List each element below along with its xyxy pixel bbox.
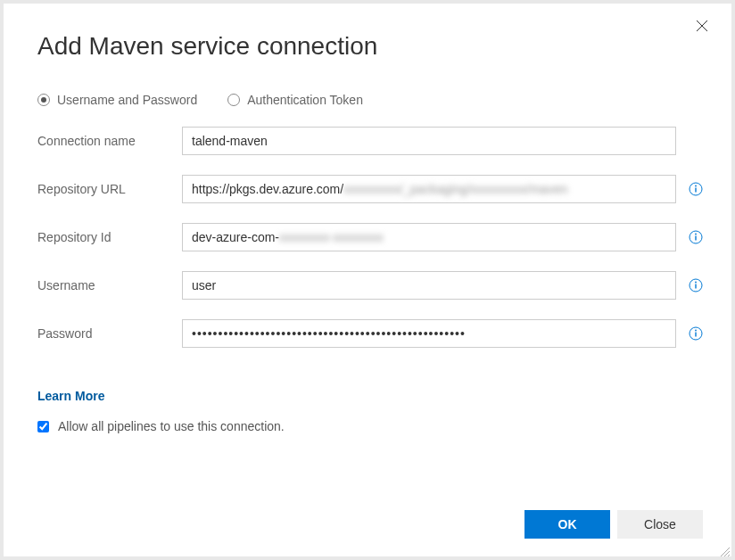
ok-button[interactable]: OK xyxy=(524,510,610,539)
repository-url-input[interactable]: https://pkgs.dev.azure.com/xxxxxxxxx/_pa… xyxy=(182,175,676,203)
resize-grip[interactable] xyxy=(719,544,730,555)
dialog-title: Add Maven service connection xyxy=(37,32,703,61)
radio-label: Authentication Token xyxy=(247,93,363,107)
connection-name-input[interactable] xyxy=(182,127,676,155)
close-icon xyxy=(696,20,708,32)
svg-line-16 xyxy=(728,555,730,556)
svg-rect-10 xyxy=(695,284,696,289)
allow-all-pipelines-checkbox[interactable] xyxy=(37,421,49,432)
auth-method-radio-group: Username and Password Authentication Tok… xyxy=(37,93,703,107)
username-label: Username xyxy=(37,278,182,292)
repository-url-row: Repository URL https://pkgs.dev.azure.co… xyxy=(37,175,703,203)
repository-url-label: Repository URL xyxy=(37,182,182,196)
allow-all-pipelines-label: Allow all pipelines to use this connecti… xyxy=(58,419,285,433)
username-input[interactable] xyxy=(182,271,676,300)
dialog-footer: OK Close xyxy=(37,510,703,542)
add-service-connection-dialog: Add Maven service connection Username an… xyxy=(4,4,731,556)
info-icon[interactable] xyxy=(689,326,703,341)
password-label: Password xyxy=(37,326,182,341)
username-row: Username xyxy=(37,271,703,300)
connection-name-row: Connection name xyxy=(37,127,703,155)
allow-all-pipelines-row: Allow all pipelines to use this connecti… xyxy=(37,419,703,433)
close-button[interactable] xyxy=(696,20,712,36)
learn-more-link[interactable]: Learn More xyxy=(37,389,703,403)
radio-icon xyxy=(37,94,50,106)
close-button-footer[interactable]: Close xyxy=(617,510,703,539)
password-row: Password xyxy=(37,319,703,348)
svg-rect-4 xyxy=(695,188,696,193)
svg-point-6 xyxy=(695,234,697,235)
svg-rect-13 xyxy=(695,333,696,337)
radio-authentication-token[interactable]: Authentication Token xyxy=(227,93,363,107)
password-input[interactable] xyxy=(182,319,676,348)
svg-point-12 xyxy=(695,330,697,332)
info-icon[interactable] xyxy=(689,182,703,196)
info-icon[interactable] xyxy=(689,230,703,244)
repository-id-row: Repository Id dev-azure-com-xxxxxxxx-xxx… xyxy=(37,223,703,251)
radio-username-password[interactable]: Username and Password xyxy=(37,93,197,107)
radio-label: Username and Password xyxy=(57,93,197,107)
repository-id-input[interactable]: dev-azure-com-xxxxxxxx-xxxxxxxx xyxy=(182,223,676,251)
svg-point-9 xyxy=(695,282,697,284)
repository-id-label: Repository Id xyxy=(37,230,182,244)
radio-icon xyxy=(227,94,240,106)
svg-point-3 xyxy=(695,185,697,187)
info-icon[interactable] xyxy=(689,278,703,292)
connection-name-label: Connection name xyxy=(37,134,182,148)
svg-rect-7 xyxy=(695,236,696,241)
